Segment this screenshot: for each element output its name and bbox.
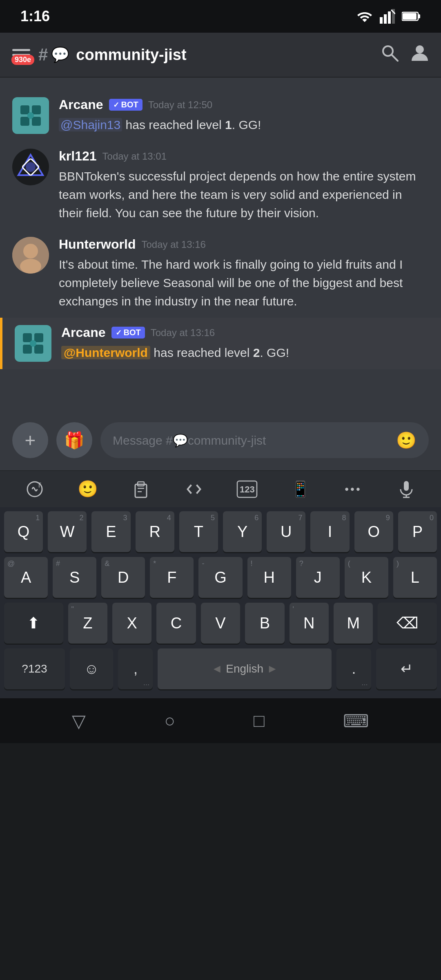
chat-bubble-icon: 💬 bbox=[51, 46, 69, 63]
phone-icon: 📱 bbox=[291, 480, 310, 498]
message-input[interactable]: Message #💬community-jist 🙂 bbox=[100, 422, 429, 458]
back-button[interactable]: ▽ bbox=[72, 710, 86, 731]
enter-key[interactable]: ↵ bbox=[376, 648, 437, 689]
toolbar-more[interactable]: ••• bbox=[339, 475, 368, 503]
key-q[interactable]: 1Q bbox=[4, 511, 43, 552]
key-a[interactable]: @A bbox=[4, 557, 48, 598]
status-bar: 1:16 bbox=[0, 0, 441, 33]
chat-spacer bbox=[0, 381, 441, 414]
key-r[interactable]: 4R bbox=[136, 511, 174, 552]
timestamp: Today at 13:16 bbox=[151, 327, 215, 339]
toolbar-voice[interactable] bbox=[392, 475, 421, 503]
key-k[interactable]: (K bbox=[345, 557, 388, 598]
username: Arcane bbox=[61, 325, 106, 340]
plus-icon: + bbox=[25, 429, 36, 451]
backspace-key[interactable]: ⌫ bbox=[378, 603, 437, 644]
home-button[interactable]: ○ bbox=[164, 710, 175, 731]
keyboard-toolbar: T 🙂 123 📱 ••• bbox=[0, 470, 441, 507]
battery-icon bbox=[402, 11, 421, 22]
key-m[interactable]: M bbox=[334, 603, 373, 644]
toolbar-code[interactable] bbox=[180, 475, 208, 503]
sym-hash: # bbox=[56, 559, 60, 568]
gift-button[interactable]: 🎁 bbox=[56, 422, 92, 458]
toolbar-phone[interactable]: 📱 bbox=[286, 475, 314, 503]
username: Hunterworld bbox=[59, 237, 136, 252]
svg-rect-27 bbox=[34, 345, 43, 354]
key-z[interactable]: "Z bbox=[68, 603, 107, 644]
key-y[interactable]: 6Y bbox=[223, 511, 262, 552]
timestamp: Today at 13:01 bbox=[102, 151, 167, 162]
svg-point-8 bbox=[383, 46, 393, 56]
key-f[interactable]: *F bbox=[150, 557, 194, 598]
level-number: 1 bbox=[225, 118, 232, 131]
key-d[interactable]: &D bbox=[101, 557, 145, 598]
key-o[interactable]: 9O bbox=[354, 511, 393, 552]
shift-key[interactable]: ⬆ bbox=[4, 603, 63, 644]
signal-icon bbox=[380, 9, 395, 24]
mention: @Shajin13 bbox=[59, 118, 122, 131]
ellipsis-sub2: … bbox=[361, 679, 368, 687]
username: Arcane bbox=[59, 97, 103, 112]
symbols-key[interactable]: ?123 bbox=[4, 648, 65, 689]
notification-badge: 930e bbox=[11, 55, 34, 65]
message-text: It's about time. The hard work is finall… bbox=[59, 255, 429, 310]
svg-point-28 bbox=[30, 340, 36, 347]
emoji-button[interactable]: 🙂 bbox=[396, 431, 416, 450]
key-row-asdf: @A #S &D *F -G !H ?J (K )L bbox=[0, 557, 441, 598]
key-b[interactable]: B bbox=[245, 603, 284, 644]
key-p[interactable]: 0P bbox=[398, 511, 437, 552]
toolbar-autocorrect[interactable]: T bbox=[20, 475, 49, 503]
toolbar-emoji[interactable]: 🙂 bbox=[74, 475, 102, 503]
message-text: BBNToken's successful project depends on… bbox=[59, 167, 429, 222]
svg-rect-7 bbox=[418, 14, 420, 18]
add-button[interactable]: + bbox=[12, 422, 48, 458]
hamburger-line bbox=[12, 49, 30, 51]
message-content: krl121 Today at 13:01 BBNToken's success… bbox=[59, 149, 429, 222]
key-c[interactable]: C bbox=[156, 603, 196, 644]
more-icon: ••• bbox=[345, 483, 361, 496]
sym-apos: ' bbox=[293, 605, 294, 614]
key-j[interactable]: ?J bbox=[296, 557, 340, 598]
key-w[interactable]: 2W bbox=[48, 511, 87, 552]
gift-icon: 🎁 bbox=[64, 431, 85, 450]
recents-button[interactable]: □ bbox=[254, 710, 265, 731]
num-5: 5 bbox=[211, 514, 215, 522]
channel-name[interactable]: community-jist bbox=[76, 46, 186, 64]
period-key[interactable]: . … bbox=[336, 648, 371, 689]
toolbar-numbers[interactable]: 123 bbox=[233, 475, 261, 503]
profile-button[interactable] bbox=[411, 44, 429, 66]
right-arrow-icon: ► bbox=[267, 662, 278, 675]
svg-rect-12 bbox=[20, 105, 29, 114]
emoji-key[interactable]: ☺ bbox=[70, 648, 113, 689]
toolbar-clipboard[interactable] bbox=[127, 475, 155, 503]
key-h[interactable]: !H bbox=[247, 557, 291, 598]
svg-point-18 bbox=[26, 162, 36, 172]
key-t[interactable]: 5T bbox=[179, 511, 218, 552]
svg-point-21 bbox=[23, 244, 38, 258]
space-key[interactable]: ◄ English ► bbox=[158, 648, 332, 689]
key-v[interactable]: V bbox=[201, 603, 240, 644]
key-i[interactable]: 8I bbox=[310, 511, 349, 552]
key-e[interactable]: 3E bbox=[91, 511, 130, 552]
num-9: 9 bbox=[386, 514, 390, 522]
key-x[interactable]: X bbox=[112, 603, 151, 644]
avatar bbox=[12, 97, 49, 134]
svg-rect-15 bbox=[32, 117, 41, 126]
key-n[interactable]: 'N bbox=[290, 603, 329, 644]
wifi-icon bbox=[356, 9, 373, 24]
key-l[interactable]: )L bbox=[393, 557, 437, 598]
search-button[interactable] bbox=[381, 44, 399, 66]
sym-minus: - bbox=[202, 559, 204, 568]
hamburger-menu[interactable]: 930e bbox=[12, 49, 30, 61]
key-s[interactable]: #S bbox=[53, 557, 96, 598]
key-g[interactable]: -G bbox=[198, 557, 242, 598]
svg-rect-26 bbox=[23, 345, 32, 354]
message-content: Arcane ✓ BOT Today at 13:16 @Hunterworld… bbox=[61, 325, 429, 362]
message-header: Hunterworld Today at 13:16 bbox=[59, 237, 429, 252]
comma-key[interactable]: , … bbox=[118, 648, 153, 689]
keyboard-button[interactable]: ⌨ bbox=[343, 710, 369, 731]
bot-badge: ✓ BOT bbox=[111, 327, 145, 339]
key-u[interactable]: 7U bbox=[267, 511, 305, 552]
message-header: krl121 Today at 13:01 bbox=[59, 149, 429, 164]
svg-rect-2 bbox=[388, 11, 391, 24]
